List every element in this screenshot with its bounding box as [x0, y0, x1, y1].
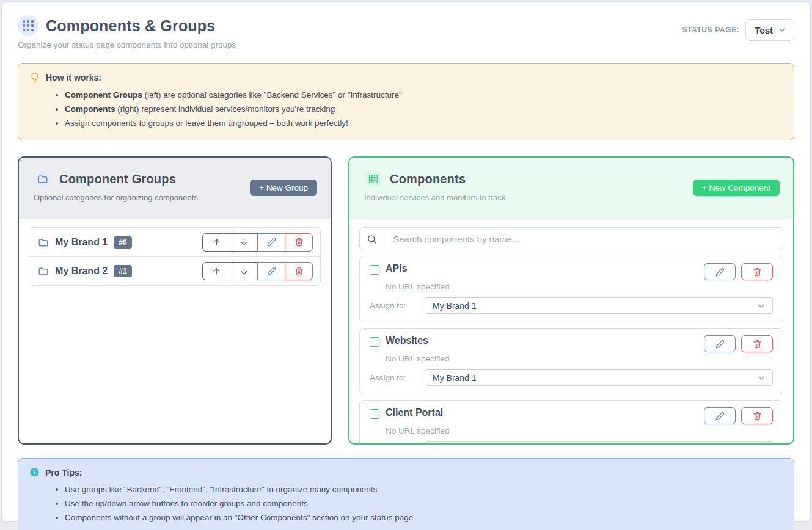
edit-group-button[interactable]: [257, 233, 285, 252]
new-component-button[interactable]: + New Component: [693, 180, 780, 196]
component-card: APIs No URL specified Assign to: My Bran…: [359, 256, 783, 322]
component-url-status: No URL specified: [386, 282, 773, 291]
chevron-down-icon: [756, 373, 766, 383]
status-page-picker: STATUS PAGE: Test: [682, 19, 794, 41]
edit-component-button[interactable]: [704, 335, 736, 352]
delete-component-button[interactable]: [741, 407, 773, 424]
components-panel-header: Components Individual services and monit…: [349, 158, 793, 219]
groups-panel-header: Component Groups Optional categories for…: [19, 158, 331, 219]
groups-panel-title: Component Groups: [59, 172, 176, 186]
move-up-button[interactable]: [202, 262, 230, 280]
component-checkbox[interactable]: [370, 409, 379, 419]
pro-tips-callout: Pro Tips: Use groups like "Backend", "Fr…: [18, 458, 794, 530]
table-grid-icon: [364, 170, 382, 188]
delete-group-button[interactable]: [285, 262, 313, 280]
component-search: [359, 227, 783, 250]
component-name: APIs: [386, 263, 408, 274]
components-panel: Components Individual services and monit…: [348, 156, 794, 445]
search-icon: [360, 228, 384, 250]
chevron-down-icon: [778, 26, 786, 34]
pro-tips-list: Use groups like "Backend", "Frontend", "…: [65, 482, 783, 525]
component-name: Websites: [386, 335, 428, 346]
assign-to-label: Assign to:: [370, 373, 425, 382]
new-group-button[interactable]: + New Group: [250, 180, 317, 196]
component-url-status: No URL specified: [386, 354, 773, 363]
assign-group-select[interactable]: My Brand 2: [425, 441, 773, 445]
move-down-button[interactable]: [230, 233, 258, 252]
page-title: Components & Groups: [46, 17, 215, 35]
delete-component-button[interactable]: [741, 335, 773, 352]
components-panel-title: Components: [390, 172, 466, 186]
lightbulb-icon: [29, 72, 40, 83]
assign-group-select[interactable]: My Brand 1: [425, 297, 773, 314]
tip-item: Use groups like "Backend", "Frontend", "…: [65, 482, 783, 496]
edit-group-button[interactable]: [257, 262, 285, 280]
group-row: My Brand 2 #1: [29, 256, 320, 285]
search-input[interactable]: [384, 228, 783, 250]
edit-component-button[interactable]: [704, 407, 736, 424]
group-list: My Brand 1 #0 My Brand 2: [29, 227, 321, 286]
group-order-badge: #1: [114, 265, 131, 277]
grid-dots-icon: [18, 15, 38, 36]
page-card: Components & Groups Organize your status…: [1, 1, 811, 522]
pro-tips-title: Pro Tips:: [45, 468, 82, 477]
move-up-button[interactable]: [202, 233, 230, 252]
assign-to-label: Assign to:: [370, 301, 425, 310]
tip-item: Components without a group will appear i…: [65, 510, 783, 525]
tip-item: Use the up/down arrow buttons to reorder…: [65, 496, 783, 510]
group-name: My Brand 2: [55, 266, 108, 277]
component-url-status: No URL specified: [386, 426, 773, 435]
how-item: Assign components to groups or leave the…: [65, 116, 783, 130]
component-name: Client Portal: [386, 407, 443, 418]
status-page-select[interactable]: Test: [745, 19, 794, 41]
folder-icon: [34, 170, 52, 188]
how-it-works-title: How it works:: [46, 73, 101, 82]
folder-icon: [38, 266, 49, 277]
component-checkbox[interactable]: [370, 337, 379, 347]
page-subtitle: Organize your status page components int…: [18, 40, 794, 49]
component-card: Client Portal No URL specified Assign to…: [359, 400, 783, 445]
chevron-down-icon: [756, 301, 766, 311]
how-item: Component Groups (left) are optional cat…: [65, 88, 783, 102]
assign-group-select[interactable]: My Brand 1: [425, 369, 773, 386]
delete-component-button[interactable]: [741, 263, 773, 280]
group-name: My Brand 1: [55, 237, 108, 248]
component-card: Websites No URL specified Assign to: My …: [359, 328, 783, 394]
move-down-button[interactable]: [230, 262, 258, 280]
page-header: Components & Groups Organize your status…: [18, 15, 794, 49]
how-it-works-list: Component Groups (left) are optional cat…: [65, 88, 783, 130]
group-row: My Brand 1 #0: [29, 228, 320, 256]
delete-group-button[interactable]: [285, 233, 313, 252]
folder-icon: [38, 237, 49, 248]
status-page-label: STATUS PAGE:: [682, 26, 739, 34]
component-groups-panel: Component Groups Optional categories for…: [18, 156, 332, 445]
component-checkbox[interactable]: [370, 265, 379, 275]
how-item: Components (right) represent individual …: [65, 102, 783, 116]
group-order-badge: #0: [114, 236, 131, 249]
edit-component-button[interactable]: [704, 263, 736, 280]
info-circle-icon: [29, 467, 40, 477]
how-it-works-callout: How it works: Component Groups (left) ar…: [18, 63, 794, 140]
status-page-value: Test: [755, 25, 773, 35]
